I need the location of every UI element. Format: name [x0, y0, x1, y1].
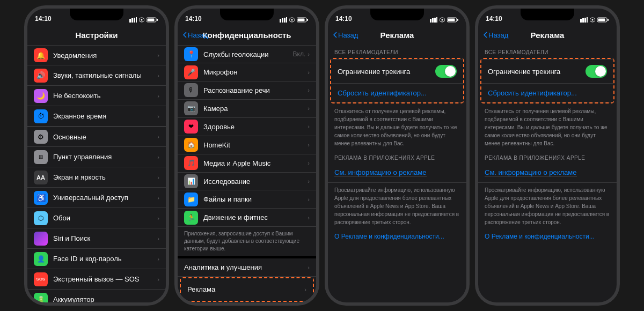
- apple-ads-item[interactable]: См. информацию о рекламе: [328, 163, 466, 183]
- nav-bar-2: Назад Конфиденциальность: [178, 25, 316, 45]
- settings-item-screen-time[interactable]: ⏱ Экранное время ›: [27, 106, 166, 127]
- privacy-item-mic[interactable]: 🎤 Микрофон ›: [178, 63, 316, 82]
- back-button-2[interactable]: Назад: [183, 31, 208, 39]
- settings-item-siri[interactable]: Siri и Поиск ›: [27, 228, 166, 249]
- status-icons-2: [280, 17, 309, 23]
- homekit-label: HomeKit: [203, 141, 308, 149]
- settings-item-control[interactable]: ⊞ Пункт управления ›: [27, 147, 166, 167]
- back-button-3[interactable]: Назад: [333, 31, 358, 39]
- settings-item-wallpaper[interactable]: ⬡ Обои ›: [27, 208, 166, 228]
- svg-rect-16: [430, 19, 431, 23]
- privacy-item-files[interactable]: 📁 Файлы и папки ›: [178, 190, 316, 209]
- privacy-screen: 📍 Службы геолокации Вкл. › 🎤 Микрофон › …: [178, 45, 316, 302]
- privacy-item-research[interactable]: 📊 Исследование ›: [178, 173, 316, 191]
- tracking-toggle[interactable]: [435, 65, 457, 78]
- status-icons-1: [129, 17, 158, 23]
- dnd-label: Не беспокоить: [53, 92, 157, 100]
- privacy-item-speech[interactable]: 🎙 Распознавание речи ›: [178, 82, 316, 100]
- health-icon: ❤: [184, 120, 198, 134]
- notch-2: [220, 9, 274, 20]
- camera-label: Камера: [203, 105, 308, 113]
- nav-bar-3: Назад Реклама: [328, 25, 466, 45]
- svg-rect-19: [436, 17, 437, 23]
- phone-4: 14:10 Назад Реклама ВСЕ РЕКЛАМОДАТЕЛИ Ог…: [475, 5, 620, 306]
- location-icon: 📍: [184, 47, 198, 61]
- privacy-item-ads[interactable]: Реклама ›: [181, 278, 313, 301]
- camera-icon: 📷: [184, 101, 198, 115]
- screen-time-icon: ⏱: [34, 109, 48, 123]
- privacy-note: Приложения, запросившие доступ к Вашим д…: [178, 227, 316, 256]
- privacy-item-media[interactable]: 🎵 Медиа и Apple Music ›: [178, 154, 316, 173]
- wallpaper-icon: ⬡: [34, 211, 48, 225]
- settings-item-sos[interactable]: SOS Экстренный вызов — SOS ›: [27, 269, 166, 290]
- ads-section-header-4-2: РЕКЛАМА В ПРИЛОЖЕНИЯХ APPLE: [478, 151, 617, 163]
- page-title-3: Реклама: [380, 31, 414, 40]
- status-icons-3: [430, 17, 459, 23]
- files-icon: 📁: [184, 192, 198, 206]
- siri-icon: [34, 232, 48, 246]
- svg-rect-31: [608, 19, 609, 21]
- svg-rect-7: [157, 19, 158, 21]
- page-title-1: Настройки: [75, 31, 118, 40]
- svg-rect-26: [584, 18, 586, 23]
- apple-ads-link-4[interactable]: См. информацию о рекламе: [485, 168, 577, 177]
- general-label: Основные: [53, 133, 157, 141]
- privacy-item-camera[interactable]: 📷 Камера ›: [178, 100, 316, 118]
- ads-label: Реклама: [187, 285, 304, 293]
- tracking-highlight: Ограничение трекинга Сбросить идентифика…: [330, 58, 464, 103]
- svg-rect-14: [298, 19, 305, 21]
- tracking-description: Откажитесь от получения целевой рекламы,…: [328, 104, 466, 151]
- settings-item-display[interactable]: AA Экран и яркость ›: [27, 167, 166, 188]
- accessibility-icon: ♿: [34, 191, 48, 205]
- svg-rect-8: [280, 19, 281, 23]
- settings-item-sounds[interactable]: 🔊 Звуки, тактильные сигналы ›: [27, 65, 166, 86]
- tracking-toggle-4[interactable]: [586, 65, 607, 78]
- notch-4: [521, 9, 574, 20]
- control-icon: ⊞: [34, 150, 48, 164]
- control-label: Пункт управления: [53, 153, 157, 161]
- tracking-item[interactable]: Ограничение трекинга: [331, 59, 463, 84]
- settings-group-2: ⚙ Основные › ⊞ Пункт управления › AA Экр…: [27, 127, 166, 302]
- reset-identifier-item-4[interactable]: Сбросить идентификатор...: [481, 84, 613, 102]
- phone-1: 14:10 Настройки 🔔 Уведомления › 🔊 Звуки,…: [24, 5, 169, 306]
- settings-item-general[interactable]: ⚙ Основные ›: [27, 127, 166, 147]
- privacy-item-health[interactable]: ❤ Здоровье ›: [178, 118, 316, 136]
- settings-item-dnd[interactable]: 🌙 Не беспокоить ›: [27, 86, 166, 106]
- speech-icon: 🎙: [184, 83, 198, 97]
- reset-label-4: Сбросить идентификатор...: [488, 89, 577, 97]
- settings-item-notifications[interactable]: 🔔 Уведомления ›: [27, 45, 166, 65]
- settings-item-faceid[interactable]: 👤 Face ID и код-пароль ›: [27, 249, 166, 269]
- svg-rect-22: [448, 19, 455, 21]
- sos-label: Экстренный вызов — SOS: [53, 275, 157, 283]
- screen-time-label: Экранное время: [53, 112, 157, 120]
- settings-screen: 🔔 Уведомления › 🔊 Звуки, тактильные сигн…: [27, 45, 166, 302]
- svg-point-28: [592, 19, 594, 21]
- ads-section-header-4-1: ВСЕ РЕКЛАМОДАТЕЛИ: [478, 45, 617, 57]
- svg-rect-15: [307, 19, 308, 21]
- privacy-item-location[interactable]: 📍 Службы геолокации Вкл. ›: [178, 45, 316, 63]
- svg-rect-1: [131, 18, 133, 23]
- settings-group-1: 🔔 Уведомления › 🔊 Звуки, тактильные сигн…: [27, 45, 166, 127]
- siri-label: Siri и Поиск: [53, 234, 157, 242]
- tracking-item-4[interactable]: Ограничение трекинга: [481, 59, 613, 84]
- privacy-item-motion[interactable]: 🏃 Движение и фитнес ›: [178, 209, 316, 227]
- display-label: Экран и яркость: [53, 173, 157, 181]
- back-button-4[interactable]: Назад: [484, 31, 508, 39]
- location-label: Службы геолокации: [203, 50, 293, 58]
- privacy-item-homekit[interactable]: 🏠 HomeKit ›: [178, 136, 316, 154]
- apple-ads-link[interactable]: См. информацию о рекламе: [334, 168, 427, 177]
- tracking-highlight-4: Ограничение трекинга Сбросить идентифика…: [480, 58, 614, 103]
- time-4: 14:10: [486, 15, 502, 23]
- settings-item-accessibility[interactable]: ♿ Универсальный доступ ›: [27, 188, 166, 208]
- motion-label: Движение и фитнес: [203, 213, 308, 221]
- privacy-link-4[interactable]: О Рекламе и конфиденциальности...: [478, 229, 617, 243]
- privacy-item-analytics[interactable]: Аналитика и улучшения ›: [178, 258, 316, 277]
- apple-ads-text: Просматривайте информацию, использованну…: [328, 183, 466, 229]
- ads-section-header-1: ВСЕ РЕКЛАМОДАТЕЛИ: [328, 45, 466, 57]
- svg-point-12: [291, 19, 293, 21]
- privacy-link-3[interactable]: О Рекламе и конфиденциальности...: [328, 229, 466, 243]
- apple-ads-item-4[interactable]: См. информацию о рекламе: [478, 163, 617, 183]
- status-icons-4: [580, 17, 609, 23]
- reset-identifier-item[interactable]: Сбросить идентификатор...: [331, 84, 463, 102]
- settings-item-battery[interactable]: 🔋 Аккумулятор ›: [27, 290, 166, 302]
